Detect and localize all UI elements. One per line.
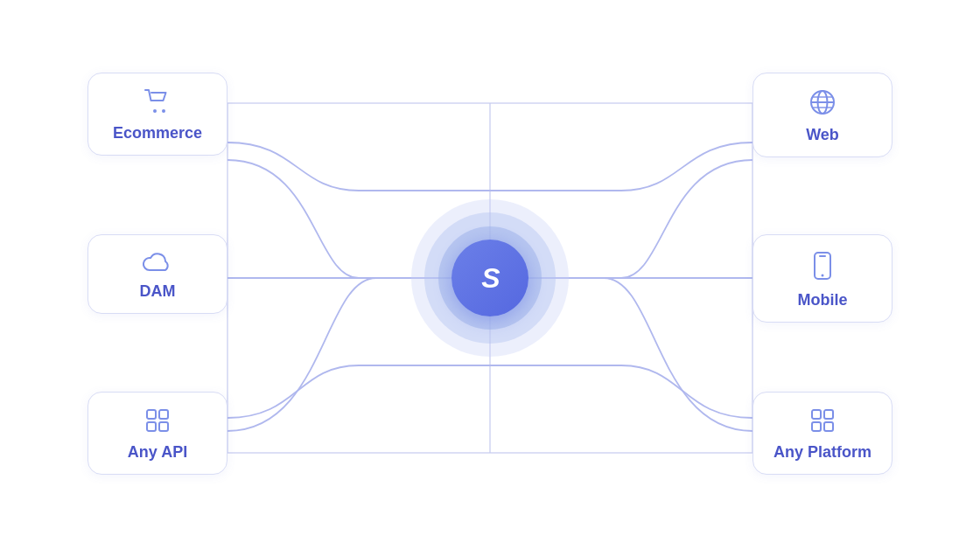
globe-icon	[809, 89, 836, 119]
phone-icon	[813, 251, 832, 284]
svg-rect-6	[159, 410, 168, 419]
svg-rect-17	[812, 410, 821, 419]
hub-ring-inner: S	[452, 240, 528, 316]
node-any-platform: Any Platform	[752, 392, 892, 475]
any-api-label: Any API	[128, 443, 187, 462]
grid-right-icon	[810, 408, 835, 436]
svg-point-15	[822, 275, 824, 277]
web-label: Web	[806, 126, 839, 144]
node-mobile: Mobile	[752, 234, 892, 323]
mobile-label: Mobile	[798, 291, 848, 309]
integration-diagram: S Ecommerce DAM	[52, 24, 928, 532]
dam-label: DAM	[140, 282, 176, 301]
svg-rect-5	[147, 410, 156, 419]
ecommerce-label: Ecommerce	[113, 124, 202, 142]
node-any-api: Any API	[88, 392, 228, 475]
cart-icon	[144, 89, 171, 117]
svg-point-4	[162, 109, 165, 113]
center-hub: S	[411, 199, 569, 357]
node-dam: DAM	[88, 234, 228, 314]
svg-rect-8	[159, 422, 168, 431]
node-web: Web	[752, 73, 892, 157]
hub-logo: S	[481, 262, 498, 295]
svg-rect-7	[147, 422, 156, 431]
svg-rect-20	[824, 422, 833, 431]
svg-rect-18	[824, 410, 833, 419]
node-ecommerce: Ecommerce	[88, 73, 228, 156]
svg-rect-19	[812, 422, 821, 431]
any-platform-label: Any Platform	[774, 443, 872, 462]
svg-point-3	[153, 109, 157, 113]
cloud-icon	[143, 251, 172, 275]
grid-left-icon	[145, 408, 170, 436]
